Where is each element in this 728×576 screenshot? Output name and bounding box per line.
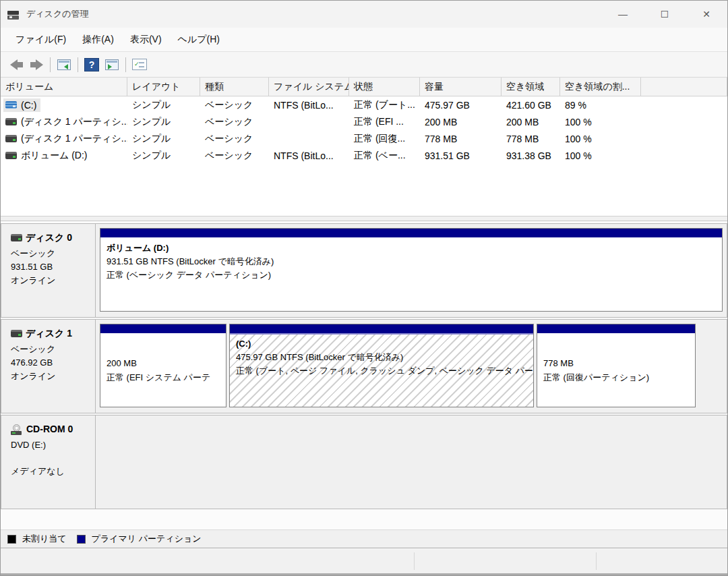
disk-1-row: ディスク 1 ベーシック 476.92 GB オンライン 200 MB 正常 (… xyxy=(1,319,727,413)
partition-color-bar xyxy=(100,229,722,239)
volume-row-c[interactable]: (C:) シンプル ベーシック NTFS (BitLo... 正常 (ブート..… xyxy=(1,96,727,113)
graphical-view-pane: ディスク 0 ベーシック 931.51 GB オンライン ボリューム (D:) … xyxy=(1,221,727,529)
disk-0-label[interactable]: ディスク 0 ベーシック 931.51 GB オンライン xyxy=(1,224,96,317)
legend-bar: 未割り当て プライマリ パーティション xyxy=(1,529,727,548)
maximize-button[interactable]: ☐ xyxy=(644,1,686,28)
volume-layout: シンプル xyxy=(127,96,200,113)
disk-type: ベーシック xyxy=(11,343,90,356)
menu-view[interactable]: 表示(V) xyxy=(122,31,170,49)
drive-icon xyxy=(5,135,17,142)
disk-0-row: ディスク 0 ベーシック 931.51 GB オンライン ボリューム (D:) … xyxy=(1,223,727,318)
disk-name: ディスク 0 xyxy=(26,231,72,246)
disk-status: オンライン xyxy=(11,370,90,383)
disk-name: CD-ROM 0 xyxy=(26,422,73,437)
column-header-capacity[interactable]: 容量 xyxy=(420,78,502,96)
window-title: ディスクの管理 xyxy=(26,8,89,20)
minimize-button[interactable]: — xyxy=(602,1,644,28)
disk-type: DVD (E:) xyxy=(11,438,90,452)
action-pane-icon xyxy=(105,59,119,70)
cdrom-0-row: CD-ROM 0 DVD (E:) メディアなし xyxy=(1,415,727,509)
volume-type: ベーシック xyxy=(200,130,269,147)
volume-capacity: 475.97 GB xyxy=(420,96,502,113)
volume-free-percent: 100 % xyxy=(560,130,641,147)
forward-button[interactable] xyxy=(26,55,47,74)
partition-state: 正常 (EFI システム パーテ xyxy=(107,371,220,384)
column-header-free-space[interactable]: 空き領域 xyxy=(502,78,560,96)
close-button[interactable]: ✕ xyxy=(686,1,727,28)
cdrom-0-label[interactable]: CD-ROM 0 DVD (E:) メディアなし xyxy=(1,415,96,509)
show-console-tree-button[interactable] xyxy=(54,55,74,74)
legend-primary-label: プライマリ パーティション xyxy=(92,533,202,545)
column-header-filesystem[interactable]: ファイル システム xyxy=(269,78,349,96)
volume-free-percent: 89 % xyxy=(560,96,641,113)
primary-partition-swatch xyxy=(77,535,86,544)
volume-free-space: 421.60 GB xyxy=(502,96,560,113)
menu-action[interactable]: 操作(A) xyxy=(74,31,122,49)
partition-recovery[interactable]: 778 MB 正常 (回復パーティション) xyxy=(537,324,696,407)
partition-state: 正常 (ブート, ページ ファイル, クラッシュ ダンプ, ベーシック データ … xyxy=(236,364,527,378)
partition-info: 475.97 GB NTFS (BitLocker で暗号化済み) xyxy=(236,351,527,364)
toolbar: ? ✓ xyxy=(1,52,727,78)
disk-1-label[interactable]: ディスク 1 ベーシック 476.92 GB オンライン xyxy=(1,320,96,413)
volume-row-d[interactable]: ボリューム (D:) シンプル ベーシック NTFS (BitLo... 正常 … xyxy=(1,147,727,164)
volume-type: ベーシック xyxy=(200,113,269,130)
partition-c-selected[interactable]: (C:) 475.97 GB NTFS (BitLocker で暗号化済み) 正… xyxy=(229,324,534,407)
volume-status: 正常 (ブート... xyxy=(349,96,420,113)
volume-filesystem: NTFS (BitLo... xyxy=(269,147,349,164)
disk-size: 931.51 GB xyxy=(11,260,90,274)
volume-filesystem xyxy=(269,130,349,147)
volume-layout: シンプル xyxy=(127,147,200,164)
menu-help[interactable]: ヘルプ(H) xyxy=(170,31,228,49)
partition-title: (C:) xyxy=(236,337,527,351)
toolbar-separator xyxy=(50,57,51,72)
back-button[interactable] xyxy=(6,55,26,74)
volume-type: ベーシック xyxy=(200,147,269,164)
volume-name: ボリューム (D:) xyxy=(21,150,88,162)
partition-efi[interactable]: 200 MB 正常 (EFI システム パーテ xyxy=(100,324,226,407)
volume-layout: シンプル xyxy=(127,130,200,147)
help-button[interactable]: ? xyxy=(82,55,102,74)
disk-type: ベーシック xyxy=(11,247,90,260)
volume-row-recovery[interactable]: (ディスク 1 パーティシ... シンプル ベーシック 正常 (回復... 77… xyxy=(1,130,727,147)
partition-volume-d[interactable]: ボリューム (D:) 931.51 GB NTFS (BitLocker で暗号… xyxy=(100,228,723,312)
column-header-type[interactable]: 種類 xyxy=(200,78,269,96)
properties-button[interactable]: ✓ xyxy=(129,55,150,74)
help-icon: ? xyxy=(84,58,99,71)
column-header-status[interactable]: 状態 xyxy=(349,78,420,96)
volume-table-header: ボリューム レイアウト 種類 ファイル システム 状態 容量 空き領域 空き領域… xyxy=(1,78,727,96)
disk-icon xyxy=(11,234,22,241)
disk-0-partition-area: ボリューム (D:) 931.51 GB NTFS (BitLocker で暗号… xyxy=(96,224,727,317)
disk-status: メディアなし xyxy=(11,465,90,478)
volume-capacity: 200 MB xyxy=(420,113,502,130)
partition-info: 931.51 GB NTFS (BitLocker で暗号化済み) xyxy=(107,255,716,268)
volume-free-space: 200 MB xyxy=(502,113,560,130)
menu-file[interactable]: ファイル(F) xyxy=(7,31,74,49)
partition-info: 778 MB xyxy=(543,357,689,370)
volume-type: ベーシック xyxy=(200,96,269,113)
status-bar-divider xyxy=(596,552,597,570)
volume-free-space: 931.38 GB xyxy=(502,147,560,164)
disk-name: ディスク 1 xyxy=(26,326,72,341)
volume-name: (ディスク 1 パーティシ... xyxy=(21,116,127,128)
volume-status: 正常 (回復... xyxy=(349,130,420,147)
volume-name: (C:) xyxy=(21,100,36,111)
system-drive-icon xyxy=(5,101,17,109)
column-header-volume[interactable]: ボリューム xyxy=(1,78,127,96)
drive-icon xyxy=(5,118,17,125)
disk-size: 476.92 GB xyxy=(11,356,90,370)
pane-splitter[interactable] xyxy=(1,217,727,221)
titlebar: ディスクの管理 — ☐ ✕ xyxy=(1,1,727,28)
partition-state: 正常 (ベーシック データ パーティション) xyxy=(107,268,716,282)
column-header-layout[interactable]: レイアウト xyxy=(127,78,200,96)
cdrom-icon xyxy=(11,424,23,435)
partition-info: 200 MB xyxy=(107,357,220,370)
show-action-pane-button[interactable] xyxy=(102,55,122,74)
volume-row-efi[interactable]: (ディスク 1 パーティシ... シンプル ベーシック 正常 (EFI ... … xyxy=(1,113,727,130)
volume-filesystem: NTFS (BitLo... xyxy=(269,96,349,113)
column-header-free-percent[interactable]: 空き領域の割... xyxy=(560,78,641,96)
volume-status: 正常 (ベー... xyxy=(349,147,420,164)
forward-arrow-icon xyxy=(30,59,43,70)
partition-title: ボリューム (D:) xyxy=(107,241,716,255)
status-bar-divider xyxy=(414,552,415,570)
disk-management-app-icon xyxy=(7,9,21,20)
